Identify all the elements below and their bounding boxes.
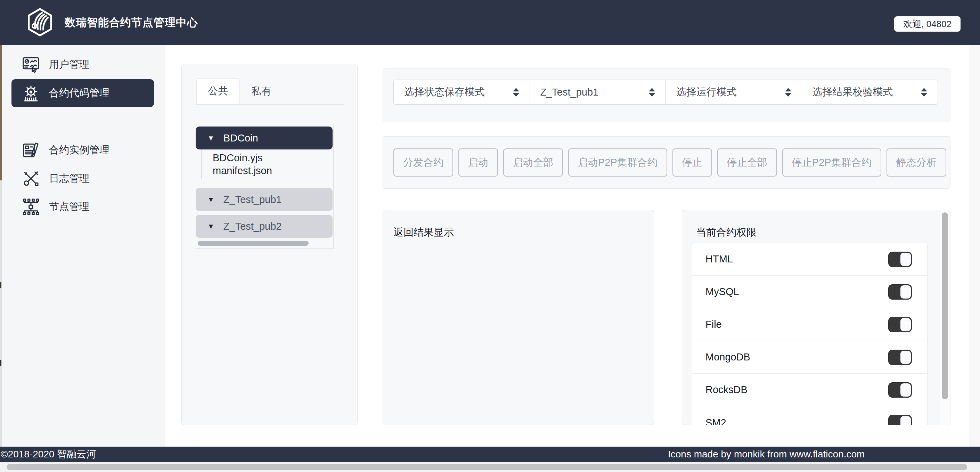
toggle-knob: [900, 285, 911, 298]
log-management-icon: [21, 169, 41, 188]
select-arrows-icon: [513, 88, 519, 97]
result-verify-mode-select[interactable]: 选择结果校验模式: [802, 80, 938, 104]
mode-select-panel: 选择状态保存模式 Z_Test_pub1 选择运行模式 选择结果校验模式: [383, 69, 950, 122]
html-permission-toggle[interactable]: [888, 252, 912, 267]
sidebar-item-user-management[interactable]: 用户管理: [11, 50, 154, 79]
caret-down-icon: ▼: [207, 223, 215, 230]
node-management-icon: [21, 197, 41, 217]
tree-file-manifest-json[interactable]: manifest.json: [213, 165, 272, 177]
top-bar: 数瑞智能合约节点管理中心 欢迎, 04802: [0, 0, 980, 45]
sidebar-item-label: 节点管理: [49, 200, 89, 214]
start-all-button[interactable]: 启动全部: [503, 148, 563, 177]
icons-credit-text: Icons made by monkik from www.flaticon.c…: [668, 446, 865, 462]
left-edge-artifact: [0, 180, 2, 446]
start-p2p-cluster-button[interactable]: 启动P2P集群合约: [568, 148, 667, 177]
contract-code-icon: [21, 83, 41, 103]
stop-button[interactable]: 停止: [673, 148, 712, 177]
permissions-scrollbar-track: [940, 210, 950, 425]
state-save-mode-select[interactable]: 选择状态保存模式: [394, 80, 530, 104]
tree-file-bdcoin-yjs[interactable]: BDCoin.yjs: [213, 152, 262, 164]
mysql-permission-toggle[interactable]: [888, 284, 912, 300]
sidebar-item-label: 用户管理: [49, 58, 89, 72]
sidebar-item-label: 合约代码管理: [49, 86, 110, 100]
distribute-contract-button[interactable]: 分发合约: [393, 148, 453, 177]
footer-bar: ©2018-2020 智融云河 Icons made by monkik fro…: [0, 446, 980, 462]
sidebar: 用户管理 合约代码管理 合约实例管理: [0, 45, 165, 446]
tab-private[interactable]: 私有: [240, 78, 283, 104]
horizontal-scrollbar-thumb[interactable]: [6, 464, 967, 470]
toggle-knob: [900, 383, 911, 397]
tree-node-label: BDCoin: [223, 132, 258, 144]
sidebar-item-contract-code[interactable]: 合约代码管理: [11, 79, 154, 107]
permission-row-html: HTML: [692, 243, 927, 276]
sidebar-item-contract-instance[interactable]: 合约实例管理: [11, 136, 154, 164]
contract-explorer-panel: 公共 私有 ▼ BDCoin BDCoin.yjs manifest.json …: [181, 64, 358, 425]
select-arrows-icon: [785, 88, 791, 97]
start-button[interactable]: 启动: [458, 148, 498, 177]
contract-instance-icon: [21, 140, 41, 160]
run-mode-select[interactable]: 选择运行模式: [665, 80, 802, 104]
sm2-permission-toggle[interactable]: [888, 415, 912, 425]
page-title: 数瑞智能合约节点管理中心: [65, 0, 198, 45]
sidebar-item-node-management[interactable]: 节点管理: [11, 193, 154, 221]
tree-indent-guide: [202, 150, 202, 179]
sidebar-item-log-management[interactable]: 日志管理: [11, 164, 154, 193]
tree-node-bdcoin[interactable]: ▼ BDCoin: [196, 126, 332, 150]
tree-divider: [196, 248, 335, 249]
result-panel-title: 返回结果显示: [393, 226, 454, 239]
permission-row-mongodb: MongoDB: [692, 341, 927, 374]
app-window: 数瑞智能合约节点管理中心 欢迎, 04802 用户管理 合约代码: [0, 0, 980, 472]
left-edge-artifact: [0, 45, 2, 180]
permissions-panel-title: 当前合约权限: [696, 226, 757, 239]
toggle-knob: [900, 416, 911, 425]
permission-row-rocksdb: RocksDB: [692, 374, 927, 406]
contract-select[interactable]: Z_Test_pub1: [530, 80, 666, 104]
sidebar-item-label: 日志管理: [49, 172, 89, 186]
toggle-knob: [900, 351, 911, 364]
permissions-panel: 当前合约权限 HTML MySQL File MongoDB RocksDB: [682, 210, 950, 425]
tree-node-ztest-pub2[interactable]: ▼ Z_Test_pub2: [196, 215, 332, 238]
result-panel: 返回结果显示: [383, 210, 654, 425]
mongodb-permission-toggle[interactable]: [888, 350, 912, 365]
static-analysis-button[interactable]: 静态分析: [886, 148, 946, 177]
toggle-knob: [900, 253, 911, 266]
stop-all-button[interactable]: 停止全部: [717, 148, 777, 177]
copyright-text: ©2018-2020 智融云河: [1, 446, 96, 462]
rocksdb-permission-toggle[interactable]: [888, 382, 912, 398]
tree-scrollbar-track: [333, 124, 334, 248]
welcome-user-button[interactable]: 欢迎, 04802: [894, 16, 961, 32]
toggle-knob: [900, 318, 911, 331]
select-arrows-icon: [649, 88, 655, 97]
tree-node-ztest-pub1[interactable]: ▼ Z_Test_pub1: [196, 188, 332, 211]
window-horizontal-scrollbar[interactable]: [0, 462, 980, 472]
tree-horizontal-scrollbar[interactable]: [198, 241, 309, 246]
stop-p2p-cluster-button[interactable]: 停止P2P集群合约: [782, 148, 881, 177]
permission-row-file: File: [692, 308, 927, 341]
permission-row-sm2: SM2: [692, 406, 927, 425]
explorer-tabs: 公共 私有: [196, 78, 344, 105]
left-edge-artifact: [0, 360, 2, 366]
sidebar-item-label: 合约实例管理: [49, 143, 110, 157]
permissions-scrollbar-thumb[interactable]: [942, 212, 948, 399]
tab-public[interactable]: 公共: [196, 78, 240, 104]
tree-node-label: Z_Test_pub1: [223, 194, 282, 206]
contract-actions-panel: 分发合约 启动 启动全部 启动P2P集群合约 停止 停止全部 停止P2P集群合约…: [383, 136, 950, 189]
user-management-icon: [21, 55, 41, 74]
file-permission-toggle[interactable]: [888, 317, 912, 332]
select-arrows-icon: [921, 88, 927, 97]
mode-select-group: 选择状态保存模式 Z_Test_pub1 选择运行模式 选择结果校验模式: [393, 80, 938, 105]
caret-down-icon: ▼: [207, 134, 215, 142]
left-edge-artifact: [0, 282, 2, 288]
tree-node-label: Z_Test_pub2: [223, 221, 282, 232]
caret-down-icon: ▼: [207, 196, 215, 203]
permissions-list: HTML MySQL File MongoDB RocksDB SM2: [692, 242, 928, 425]
permission-row-mysql: MySQL: [692, 276, 927, 308]
window-vertical-scrollbar[interactable]: [970, 45, 980, 446]
app-logo-icon: [26, 7, 54, 38]
